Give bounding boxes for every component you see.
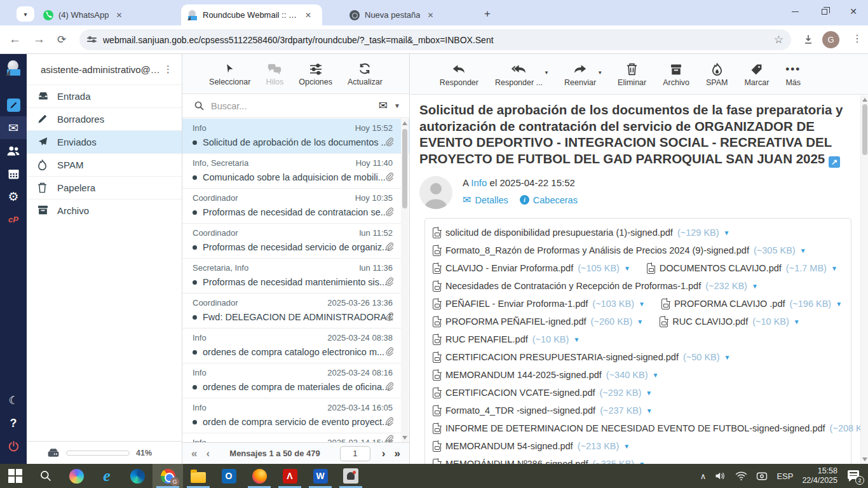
tray-language[interactable]: ESP <box>776 471 793 481</box>
cpanel-button[interactable]: cP <box>0 208 27 231</box>
message-row[interactable]: Info Hoy 15:52 Solicitud de aprobación d… <box>182 119 409 154</box>
taskbar-app-button[interactable] <box>336 464 366 488</box>
taskbar-outlook-button[interactable]: O <box>214 464 244 488</box>
tray-expand-icon[interactable]: ∧ <box>700 471 707 481</box>
attachment-item[interactable]: RUC PENAFIEL.pdf (~10 KB) ▼ <box>433 330 580 348</box>
message-row[interactable]: Info 2025-03-14 15:46 <box>182 433 409 442</box>
recipient-link[interactable]: Info <box>471 177 487 188</box>
site-settings-icon[interactable] <box>87 37 97 41</box>
folder-item[interactable]: Borradores <box>27 107 182 130</box>
message-row[interactable]: Secretaria, Info lun 11:36 Proformas de … <box>182 259 409 294</box>
tab-new[interactable]: Nueva pestaña ✕ <box>343 4 473 25</box>
archive-button[interactable]: Archivo <box>663 62 689 87</box>
refresh-button[interactable]: Actualizar <box>348 61 383 86</box>
folder-item[interactable]: Archivo <box>27 199 182 222</box>
start-button[interactable] <box>0 464 31 488</box>
help-button[interactable]: ? <box>0 412 27 435</box>
forward-chevron-icon[interactable]: ▼ <box>597 70 602 76</box>
search-options-chevron-icon[interactable]: ▼ <box>394 102 400 109</box>
attachment-menu-icon[interactable]: ▼ <box>724 354 731 361</box>
window-close-button[interactable]: ✕ <box>839 0 868 23</box>
attachment-item[interactable]: DOCUMENTOS CLAVIJO.pdf (~1.7 MB) ▼ <box>647 259 837 277</box>
window-minimize-button[interactable] <box>780 0 810 23</box>
attachment-menu-icon[interactable]: ▼ <box>646 407 653 414</box>
first-page-icon[interactable]: « <box>191 448 197 459</box>
delete-button[interactable]: Eliminar <box>618 62 646 87</box>
last-page-icon[interactable]: » <box>395 448 400 459</box>
select-button[interactable]: Seleccionar <box>209 61 250 86</box>
folder-item[interactable]: Papelera <box>27 176 182 199</box>
mail-nav-button[interactable]: ✉ <box>0 116 27 139</box>
message-row[interactable]: Info 2025-03-24 08:16 ordenes de compra … <box>182 363 409 398</box>
message-row[interactable]: Coordinador Hoy 10:35 Proformas de neces… <box>182 189 409 224</box>
reader-scroll-thumb[interactable] <box>862 104 867 155</box>
attachment-item[interactable]: CERTIFICACION PRESUPUESTARIA-signed-sign… <box>433 348 730 366</box>
forward-button[interactable]: → <box>33 32 45 46</box>
tab-roundcube[interactable]: Roundcube Webmail :: Enviados ✕ <box>181 4 322 25</box>
scroll-up-icon[interactable] <box>402 121 407 125</box>
attachment-menu-icon[interactable]: ▼ <box>624 265 630 272</box>
more-button[interactable]: ••• Más <box>785 62 801 87</box>
options-button[interactable]: Opciones <box>299 61 332 86</box>
roundcube-logo[interactable] <box>0 54 27 82</box>
attachment-item[interactable]: Formato_8_Razón de Proformas y Análisis … <box>433 241 806 259</box>
attachment-item[interactable]: Necesidades de Contratación y Recepción … <box>433 277 758 295</box>
browser-menu-button[interactable]: ⋮ <box>852 32 862 44</box>
calendar-nav-button[interactable] <box>0 162 27 185</box>
attachment-menu-icon[interactable]: ▼ <box>836 301 842 308</box>
folder-item[interactable]: Entrada <box>27 85 182 107</box>
message-row[interactable]: Info 2025-03-24 08:38 ordenes de compra … <box>182 329 409 363</box>
wifi-icon[interactable] <box>735 471 747 481</box>
folder-item[interactable]: SPAM <box>27 153 182 176</box>
downloads-button[interactable] <box>802 33 815 46</box>
settings-nav-button[interactable]: ⚙ <box>0 185 27 208</box>
scroll-down-icon[interactable] <box>862 458 867 461</box>
taskbar-firefox-button[interactable] <box>244 464 275 488</box>
attachment-menu-icon[interactable]: ▼ <box>831 265 837 272</box>
attachment-menu-icon[interactable]: ▼ <box>724 229 730 236</box>
meet-now-icon[interactable] <box>756 471 768 481</box>
volume-icon[interactable] <box>715 471 726 481</box>
reply-button[interactable]: Responder <box>440 62 478 87</box>
taskbar-acrobat-button[interactable]: Λ <box>275 464 305 488</box>
attachment-item[interactable]: CLAVIJO - Enviar Proforma.pdf (~105 KB) … <box>433 259 630 277</box>
attachment-menu-icon[interactable]: ▼ <box>800 247 806 254</box>
reply-all-chevron-icon[interactable]: ▼ <box>544 70 549 76</box>
message-row[interactable]: Coordinador lun 11:52 Proformas de neces… <box>182 224 409 259</box>
attachment-menu-icon[interactable]: ▼ <box>752 283 758 290</box>
spam-button[interactable]: SPAM <box>706 62 728 87</box>
scroll-down-icon[interactable] <box>402 436 407 440</box>
new-tab-button[interactable]: + <box>480 6 495 22</box>
tab-whatsapp[interactable]: (4) WhatsApp ✕ <box>37 4 179 25</box>
page-number-input[interactable]: 1 <box>340 446 370 461</box>
attachment-item[interactable]: MEMORÁNDUM Nº286-signed.pdf (~335 KB) ▼ <box>433 455 645 464</box>
tab-list-chevron-button[interactable]: ▾ <box>17 6 34 22</box>
details-toggle[interactable]: ✉Detalles <box>463 194 508 206</box>
reload-button[interactable]: ⟳ <box>57 33 66 46</box>
attachment-menu-icon[interactable]: ▼ <box>623 443 630 450</box>
tab-close-icon[interactable]: ✕ <box>303 11 313 20</box>
attachment-menu-icon[interactable]: ▼ <box>639 301 645 308</box>
message-row[interactable]: Info, Secretaria Hoy 11:40 Comunicado so… <box>182 154 409 189</box>
action-center-button[interactable]: 2 <box>846 470 860 482</box>
bookmark-star-icon[interactable]: ☆ <box>774 33 783 46</box>
prev-page-icon[interactable]: ‹ <box>206 448 210 459</box>
forward-button[interactable]: Reenviar ▼ <box>564 62 596 87</box>
attachment-menu-icon[interactable]: ▼ <box>573 336 580 343</box>
tab-close-icon[interactable]: ✕ <box>425 11 435 20</box>
reply-all-button[interactable]: Responder ... ▼ <box>495 62 543 87</box>
message-row[interactable]: Info 2025-03-14 16:05 orden de compra se… <box>182 398 409 433</box>
attachment-item[interactable]: RUC CLAVIJO.pdf (~10 KB) ▼ <box>660 313 800 330</box>
next-page-icon[interactable]: › <box>382 448 386 459</box>
taskbar-explorer-button[interactable] <box>183 464 214 488</box>
address-bar[interactable]: webmail.sanjuan.gob.ec/cpsess5112258460/… <box>79 29 791 50</box>
taskbar-ie-button[interactable]: e <box>92 464 122 488</box>
attachment-item[interactable]: PEÑAFIEL - Enviar Proforma-1.pdf (~103 K… <box>433 295 645 313</box>
logout-button[interactable] <box>0 435 27 458</box>
back-button[interactable]: ← <box>9 32 21 46</box>
tab-close-icon[interactable]: ✕ <box>114 11 124 20</box>
taskbar-chrome-button[interactable]: G <box>153 464 183 488</box>
attachment-item[interactable]: PROFORMA CLAVIJO .pdf (~196 KB) ▼ <box>661 295 842 313</box>
reader-scrollbar[interactable] <box>860 95 868 464</box>
contacts-nav-button[interactable] <box>0 139 27 162</box>
